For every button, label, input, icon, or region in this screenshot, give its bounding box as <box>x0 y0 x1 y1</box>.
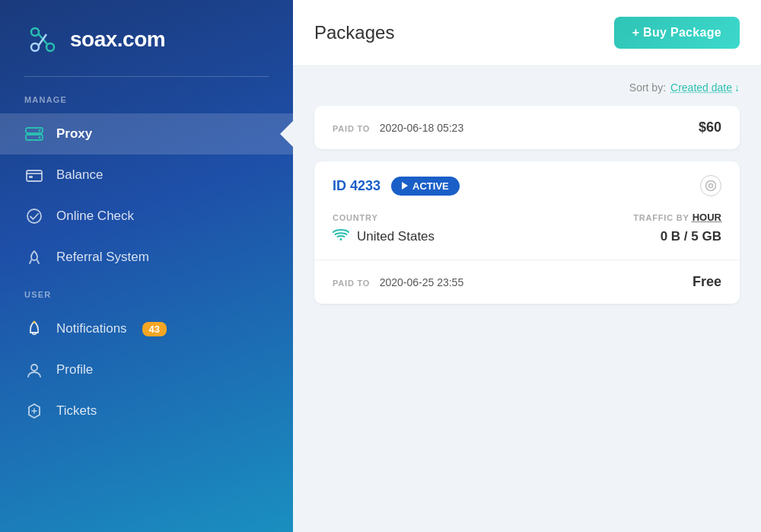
svg-point-1 <box>46 43 54 51</box>
svg-point-2 <box>31 43 39 51</box>
traffic-by-label: TRAFFIC BY <box>633 213 689 222</box>
hour-label[interactable]: HOUR <box>693 212 721 223</box>
traffic-by-label-row: TRAFFIC BY HOUR <box>633 212 721 223</box>
traffic-value: 0 B / 5 GB <box>633 229 721 244</box>
sidebar-online-check-label: Online Check <box>56 209 134 224</box>
package-id-left: ID 4233 ACTIVE <box>333 177 460 196</box>
balance-icon <box>24 165 44 185</box>
tickets-label: Tickets <box>56 403 97 419</box>
id-label: ID <box>333 178 346 193</box>
sidebar-item-online-check[interactable]: Online Check <box>0 196 293 237</box>
country-label: COUNTRY <box>333 213 435 222</box>
active-badge: ACTIVE <box>391 177 460 196</box>
packages-list: Sort by: Created date ↓ PAID TO 2020-06-… <box>293 66 761 532</box>
package-detail-2: ID 4233 ACTIVE <box>314 161 740 260</box>
svg-rect-9 <box>27 170 42 181</box>
paid-label-1: PAID TO <box>333 124 370 133</box>
svg-point-15 <box>706 181 716 191</box>
sidebar-proxy-label: Proxy <box>56 126 92 142</box>
paid-date-1: 2020-06-18 05:23 <box>380 122 464 134</box>
svg-point-11 <box>27 209 41 223</box>
paid-to-row-1: PAID TO 2020-06-18 05:23 <box>333 121 463 135</box>
notifications-badge: 43 <box>142 322 167 336</box>
svg-point-14 <box>709 184 713 188</box>
package-id-row: ID 4233 ACTIVE <box>333 175 721 196</box>
package-card-2: ID 4233 ACTIVE <box>314 161 740 304</box>
sort-value[interactable]: Created date <box>670 81 732 94</box>
id-value: 4233 <box>350 178 380 193</box>
main-content-area: Packages + Buy Package Sort by: Created … <box>293 0 761 532</box>
sidebar-divider-top <box>24 76 269 77</box>
country-name: United States <box>357 229 435 244</box>
svg-rect-10 <box>29 176 33 178</box>
notifications-icon <box>24 319 44 339</box>
package-card-1: PAID TO 2020-06-18 05:23 $60 <box>314 106 740 149</box>
package-summary-free: PAID TO 2020-06-25 23:55 Free <box>314 260 740 304</box>
country-row: United States <box>333 228 435 244</box>
paid-to-row-2: PAID TO 2020-06-25 23:55 <box>333 276 463 289</box>
sort-label: Sort by: <box>629 81 666 94</box>
settings-button[interactable] <box>700 175 721 196</box>
main-header: Packages + Buy Package <box>293 0 761 66</box>
package-price-free: Free <box>693 274 721 290</box>
package-summary-1: PAID TO 2020-06-18 05:23 $60 <box>314 106 740 149</box>
referral-icon <box>24 247 44 267</box>
logo-text: soax.com <box>70 27 165 52</box>
user-section: USER Notifications 43 Profile <box>0 290 293 432</box>
paid-date-2: 2020-06-25 23:55 <box>380 276 464 288</box>
buy-package-button[interactable]: + Buy Package <box>614 17 740 49</box>
sidebar-item-tickets[interactable]: Tickets <box>0 390 293 432</box>
active-label: ACTIVE <box>412 180 449 192</box>
traffic-col: TRAFFIC BY HOUR 0 B / 5 GB <box>633 212 721 244</box>
manage-section-label: MANAGE <box>0 95 293 113</box>
svg-point-13 <box>31 365 37 371</box>
sort-arrow[interactable]: ↓ <box>734 81 740 94</box>
paid-label-2: PAID TO <box>333 279 370 288</box>
country-col: COUNTRY United States <box>333 213 435 244</box>
soax-logo-icon <box>24 21 61 58</box>
play-icon <box>402 182 408 190</box>
svg-point-0 <box>31 28 39 36</box>
sort-row: Sort by: Created date ↓ <box>314 81 740 94</box>
sidebar-item-profile[interactable]: Profile <box>0 349 293 390</box>
package-id-text: ID 4233 <box>333 178 380 194</box>
wifi-icon <box>333 228 349 244</box>
online-check-icon <box>24 206 44 226</box>
package-info-row: COUNTRY United States <box>333 212 721 244</box>
logo-area: soax.com <box>0 0 293 76</box>
svg-point-8 <box>39 136 41 139</box>
sidebar-balance-label: Balance <box>56 167 103 183</box>
sidebar: soax.com MANAGE Proxy Balance <box>0 0 293 532</box>
sidebar-item-balance[interactable]: Balance <box>0 155 293 196</box>
svg-point-16 <box>340 238 342 241</box>
svg-point-12 <box>33 321 36 323</box>
notifications-label: Notifications <box>56 321 127 336</box>
sidebar-referral-label: Referral System <box>56 250 149 265</box>
profile-icon <box>24 360 44 380</box>
user-section-label: USER <box>0 290 293 308</box>
sidebar-item-referral[interactable]: Referral System <box>0 237 293 278</box>
tickets-icon <box>24 401 44 421</box>
profile-label: Profile <box>56 362 93 377</box>
package-price-1: $60 <box>699 119 721 135</box>
svg-point-7 <box>39 129 41 132</box>
sidebar-item-proxy[interactable]: Proxy <box>0 113 293 155</box>
sidebar-item-notifications[interactable]: Notifications 43 <box>0 308 293 349</box>
proxy-icon <box>24 124 44 144</box>
page-title: Packages <box>314 22 394 43</box>
